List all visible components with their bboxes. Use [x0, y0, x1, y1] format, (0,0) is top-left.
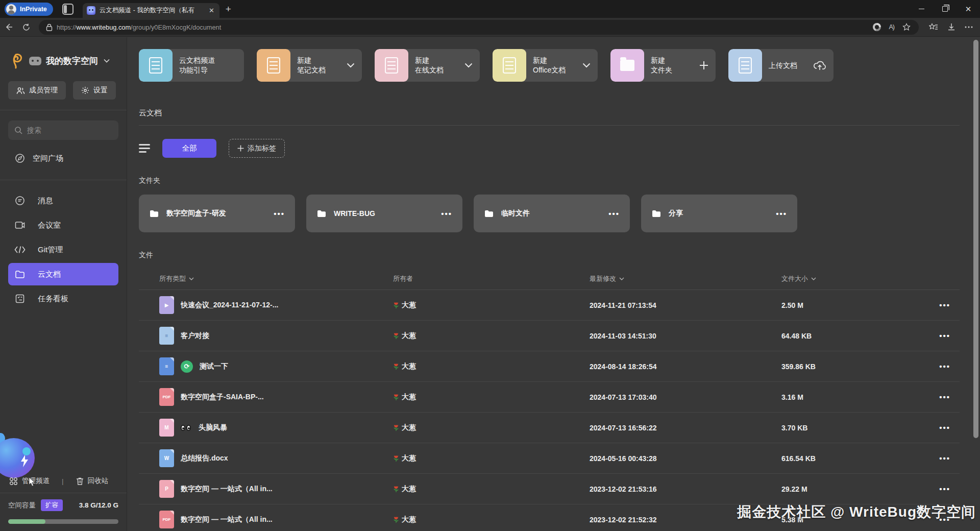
- read-aloud-icon[interactable]: A): [889, 23, 895, 31]
- modified-date: 2024-11-03 14:51:30: [590, 332, 781, 340]
- row-menu-icon[interactable]: •••: [929, 301, 960, 309]
- table-row[interactable]: W 总结报告.docx 大葱 2024-05-16 00:43:28 616.5…: [139, 443, 960, 474]
- sidebar-item-plaza[interactable]: 空间广场: [8, 147, 118, 170]
- chevron-down-icon[interactable]: [347, 63, 362, 68]
- owner-avatar-icon: [393, 485, 399, 493]
- video-file-icon: ▶: [159, 296, 174, 314]
- action-label: 新建: [651, 56, 672, 65]
- row-menu-icon[interactable]: •••: [929, 331, 960, 340]
- folder-menu-icon[interactable]: •••: [776, 209, 787, 218]
- file-size: 3.70 KB: [781, 424, 929, 432]
- sidebar-item-meeting-room[interactable]: 会议室: [8, 214, 118, 236]
- address-bar[interactable]: https://www.writebug.com/group/y0E8mXocg…: [39, 20, 919, 35]
- capacity-label: 空间容量: [8, 501, 36, 510]
- separator: |: [62, 477, 64, 485]
- row-menu-icon[interactable]: •••: [929, 393, 960, 401]
- add-tag-button[interactable]: 添加标签: [229, 139, 285, 158]
- sidebar-item-label: Git管理: [38, 245, 63, 255]
- sidebar-divider: [0, 110, 127, 110]
- table-row[interactable]: M 头脑风暴 大葱 2024-07-13 16:56:22 3.70 KB ••…: [139, 413, 960, 443]
- divider: [139, 125, 960, 126]
- table-row[interactable]: ▶ 快速会议_2024-11-21-07-12-... 大葱 2024-11-2…: [139, 290, 960, 321]
- folder-icon: [149, 209, 159, 218]
- favorites-list-icon[interactable]: [929, 23, 938, 31]
- chevron-down-icon[interactable]: [464, 63, 480, 68]
- inprivate-badge[interactable]: InPrivate: [5, 3, 53, 16]
- action-label: 上传文档: [769, 61, 797, 70]
- new-note-doc-button[interactable]: 新建 笔记文档: [257, 49, 362, 82]
- folder-menu-icon[interactable]: •••: [608, 209, 620, 218]
- tab-activity-icon[interactable]: [62, 4, 74, 15]
- favorite-star-icon[interactable]: [902, 23, 911, 31]
- profile-avatar: [6, 4, 16, 14]
- plus-icon[interactable]: [699, 61, 716, 70]
- capacity-fill: [8, 519, 45, 524]
- upload-cloud-icon[interactable]: [813, 60, 834, 70]
- upload-doc-button[interactable]: 上传文档: [728, 49, 834, 82]
- search-input[interactable]: [27, 126, 104, 134]
- folder-card[interactable]: 分享 •••: [641, 195, 797, 232]
- member-management-button[interactable]: 成员管理: [8, 81, 66, 100]
- column-header-type[interactable]: 所有类型: [159, 274, 393, 283]
- new-office-doc-button[interactable]: 新建 Office文档: [493, 49, 598, 82]
- downloads-icon[interactable]: [947, 23, 955, 31]
- file-name: 测试一下: [200, 362, 228, 371]
- sidebar-item-kanban[interactable]: 任务看板: [8, 287, 118, 310]
- table-row[interactable]: PDF 数字空间盒子-SAIA-BP-... 大葱 2024-07-13 17:…: [139, 382, 960, 413]
- chevron-down-icon[interactable]: [582, 63, 598, 68]
- window-close-button[interactable]: ✕: [957, 0, 980, 18]
- browser-menu-icon[interactable]: [965, 26, 973, 28]
- settings-button[interactable]: 设置: [73, 81, 116, 100]
- cloud-doc-guide-button[interactable]: 云文档频道 功能引导: [139, 49, 244, 82]
- sidebar-item-cloud-docs[interactable]: 云文档: [8, 263, 118, 285]
- folder-icon: [316, 209, 327, 218]
- url-text[interactable]: https://www.writebug.com/group/y0E8mXocg…: [57, 23, 873, 31]
- column-header-owner[interactable]: 所有者: [393, 274, 590, 283]
- row-menu-icon[interactable]: •••: [929, 485, 960, 493]
- folder-card[interactable]: WRITE-BUG •••: [306, 195, 462, 232]
- expand-capacity-button[interactable]: 扩容: [41, 499, 63, 511]
- word-file-icon: W: [159, 449, 174, 467]
- new-tab-button[interactable]: +: [226, 4, 231, 15]
- new-online-doc-button[interactable]: 新建 在线文档: [375, 49, 480, 82]
- lock-icon[interactable]: [46, 23, 53, 31]
- row-menu-icon[interactable]: •••: [929, 423, 960, 432]
- column-header-modified[interactable]: 最新修改: [590, 274, 781, 283]
- view-list-icon[interactable]: [139, 142, 150, 155]
- tab-close-icon[interactable]: ✕: [208, 7, 215, 14]
- recycle-bin-button[interactable]: 回收站: [76, 476, 109, 486]
- row-menu-icon[interactable]: •••: [929, 454, 960, 463]
- back-button[interactable]: [0, 19, 17, 35]
- active-tab[interactable]: 云文档频道 - 我的数字空间（私有 ✕: [83, 3, 219, 18]
- window-minimize-button[interactable]: [910, 0, 933, 18]
- sidebar-item-git[interactable]: Git管理: [8, 238, 118, 261]
- member-management-label: 成员管理: [29, 86, 58, 95]
- modified-date: 2023-12-02 21:53:16: [590, 485, 781, 493]
- page-scrollbar[interactable]: [973, 40, 978, 438]
- folder-card[interactable]: 临时文件 •••: [474, 195, 630, 232]
- folder-menu-icon[interactable]: •••: [274, 209, 285, 218]
- owner-name: 大葱: [402, 331, 416, 341]
- refresh-button[interactable]: [17, 19, 35, 35]
- action-label: 新建: [533, 56, 566, 65]
- table-row[interactable]: P 数字空间 — 一站式（All in... 大葱 2023-12-02 21:…: [139, 474, 960, 504]
- search-box[interactable]: [8, 120, 118, 140]
- column-header-size[interactable]: 文件大小: [781, 274, 929, 283]
- file-name: 数字空间 — 一站式（All in...: [181, 515, 273, 524]
- new-folder-button[interactable]: 新建 文件夹: [610, 49, 716, 82]
- table-row[interactable]: ≡ 客户对接 大葱 2024-11-03 14:51:30 64.48 KB •…: [139, 321, 960, 351]
- modified-date: 2024-05-16 00:43:28: [590, 454, 781, 463]
- sidebar-item-messages[interactable]: 消息: [8, 189, 118, 212]
- filter-all-button[interactable]: 全部: [162, 139, 216, 158]
- file-size: 2.50 M: [781, 301, 929, 309]
- table-row[interactable]: ≡ ⟳ 测试一下 大葱 2024-08-14 18:26:54 359.86 K…: [139, 351, 960, 382]
- folder-card[interactable]: 数字空间盒子-研发 •••: [139, 195, 295, 232]
- folder-menu-icon[interactable]: •••: [441, 209, 452, 218]
- window-restore-button[interactable]: [933, 0, 957, 18]
- edge-logo-icon[interactable]: [873, 23, 881, 31]
- row-menu-icon[interactable]: •••: [929, 362, 960, 371]
- trash-icon: [76, 477, 84, 486]
- workspace-switcher[interactable]: 我的数字空间: [8, 53, 118, 69]
- owner-name: 大葱: [402, 485, 416, 494]
- site-favicon-icon: [87, 6, 95, 15]
